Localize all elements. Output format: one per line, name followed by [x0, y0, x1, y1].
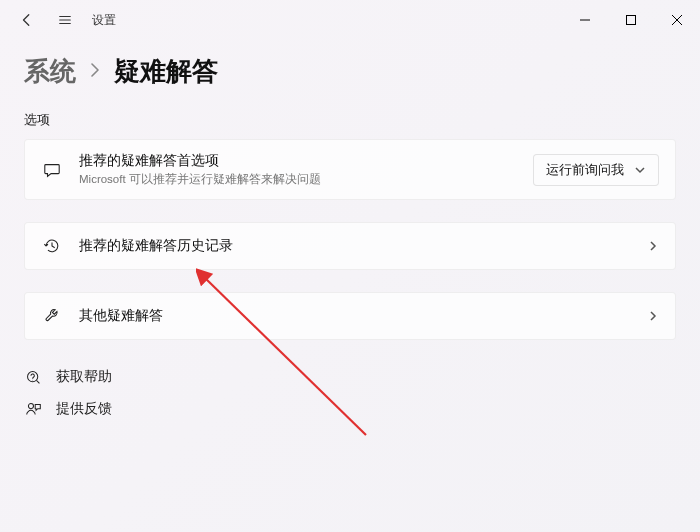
card-right [647, 240, 659, 252]
links-section: 获取帮助 提供反馈 [24, 368, 676, 418]
close-button[interactable] [654, 4, 700, 36]
minimize-button[interactable] [562, 4, 608, 36]
svg-point-2 [32, 379, 33, 380]
feedback-link-label: 提供反馈 [56, 400, 112, 418]
content: 系统 疑难解答 选项 推荐的疑难解答首选项 Microsoft 可以推荐并运行疑… [0, 40, 700, 418]
card-text: 推荐的疑难解答历史记录 [79, 237, 647, 255]
history-icon [41, 235, 63, 257]
help-link[interactable]: 获取帮助 [24, 368, 676, 386]
chevron-down-icon [634, 164, 646, 176]
chevron-right-icon [647, 310, 659, 322]
back-button[interactable] [10, 3, 44, 37]
feedback-link[interactable]: 提供反馈 [24, 400, 676, 418]
help-link-label: 获取帮助 [56, 368, 112, 386]
card-recommended-prefs[interactable]: 推荐的疑难解答首选项 Microsoft 可以推荐并运行疑难解答来解决问题 运行… [24, 139, 676, 200]
svg-point-3 [28, 403, 33, 408]
recommended-prefs-dropdown[interactable]: 运行前询问我 [533, 154, 659, 186]
breadcrumb: 系统 疑难解答 [24, 54, 676, 89]
card-other-troubleshoot[interactable]: 其他疑难解答 [24, 292, 676, 340]
help-icon [24, 368, 42, 386]
card-text: 推荐的疑难解答首选项 Microsoft 可以推荐并运行疑难解答来解决问题 [79, 152, 533, 187]
card-title: 推荐的疑难解答历史记录 [79, 237, 647, 255]
dropdown-value: 运行前询问我 [546, 161, 624, 179]
feedback-icon [24, 400, 42, 418]
svg-rect-0 [627, 16, 636, 25]
menu-button[interactable] [48, 3, 82, 37]
card-history[interactable]: 推荐的疑难解答历史记录 [24, 222, 676, 270]
chat-icon [41, 159, 63, 181]
titlebar: 设置 [0, 0, 700, 40]
card-text: 其他疑难解答 [79, 307, 647, 325]
maximize-button[interactable] [608, 4, 654, 36]
app-title: 设置 [92, 12, 116, 29]
wrench-icon [41, 305, 63, 327]
chevron-right-icon [90, 61, 100, 82]
breadcrumb-current: 疑难解答 [114, 54, 218, 89]
card-subtitle: Microsoft 可以推荐并运行疑难解答来解决问题 [79, 172, 533, 187]
breadcrumb-parent[interactable]: 系统 [24, 54, 76, 89]
window-controls [562, 4, 700, 36]
chevron-right-icon [647, 240, 659, 252]
card-right [647, 310, 659, 322]
card-right: 运行前询问我 [533, 154, 659, 186]
titlebar-left: 设置 [10, 3, 116, 37]
card-title: 其他疑难解答 [79, 307, 647, 325]
card-title: 推荐的疑难解答首选项 [79, 152, 533, 170]
section-label: 选项 [24, 111, 676, 129]
